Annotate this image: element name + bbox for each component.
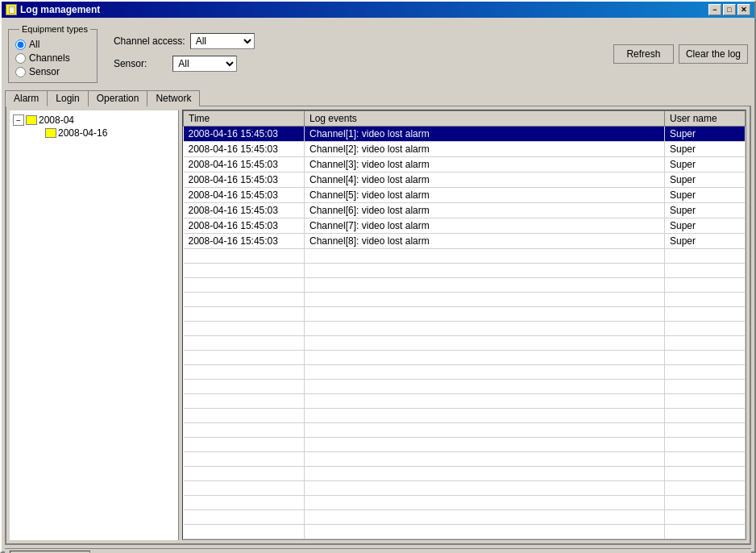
cell-time-4: 2008-04-16 15:45:03 bbox=[184, 188, 305, 203]
empty-row bbox=[184, 293, 746, 307]
table-row[interactable]: 2008-04-16 15:45:03Channel[4]: video los… bbox=[184, 173, 746, 188]
status-text: Total: 8 of bbox=[10, 551, 90, 554]
tab-alarm[interactable]: Alarm bbox=[5, 90, 48, 106]
refresh-button[interactable]: Refresh bbox=[613, 44, 674, 64]
table-row[interactable]: 2008-04-16 15:45:03Channel[8]: video los… bbox=[184, 234, 746, 249]
data-table-panel: Time Log events User name 2008-04-16 15:… bbox=[182, 110, 746, 540]
cell-user_name-0: Super bbox=[665, 127, 746, 142]
empty-row bbox=[184, 365, 746, 380]
radio-sensor[interactable]: Sensor bbox=[15, 66, 90, 77]
sensor-select[interactable]: All bbox=[172, 56, 237, 72]
channel-access-label: Channel access: bbox=[114, 35, 185, 47]
table-row[interactable]: 2008-04-16 15:45:03Channel[6]: video los… bbox=[184, 203, 746, 218]
tab-network[interactable]: Network bbox=[147, 90, 200, 106]
radio-channels-label: Channels bbox=[29, 52, 70, 64]
top-controls: Equipment types All Channels Sensor bbox=[5, 21, 751, 86]
tree-children: 2008-04-16 bbox=[29, 127, 175, 139]
tree-label-2008-04: 2008-04 bbox=[39, 114, 74, 126]
cell-user_name-1: Super bbox=[665, 142, 746, 157]
radio-all[interactable]: All bbox=[15, 39, 90, 50]
table-row[interactable]: 2008-04-16 15:45:03Channel[7]: video los… bbox=[184, 218, 746, 234]
cell-time-0: 2008-04-16 15:45:03 bbox=[184, 127, 305, 142]
cell-user_name-5: Super bbox=[665, 203, 746, 218]
cell-log_events-1: Channel[2]: video lost alarm bbox=[305, 142, 665, 157]
empty-row bbox=[184, 336, 746, 351]
empty-row bbox=[184, 351, 746, 365]
tab-login[interactable]: Login bbox=[47, 90, 88, 106]
cell-user_name-7: Super bbox=[665, 234, 746, 249]
table-row[interactable]: 2008-04-16 15:45:03Channel[3]: video los… bbox=[184, 157, 746, 173]
table-header: Time Log events User name bbox=[184, 111, 746, 127]
empty-row bbox=[184, 423, 746, 438]
cell-time-7: 2008-04-16 15:45:03 bbox=[184, 234, 305, 249]
title-bar-text: 📋 Log management bbox=[6, 4, 100, 15]
window-title: Log management bbox=[20, 4, 100, 15]
tree-item-2008-04[interactable]: − 2008-04 bbox=[13, 114, 175, 127]
empty-row bbox=[184, 438, 746, 452]
tab-operation[interactable]: Operation bbox=[88, 90, 148, 106]
tabs-row: Alarm Login Operation Network bbox=[5, 89, 751, 106]
cell-user_name-2: Super bbox=[665, 157, 746, 173]
cell-log_events-7: Channel[8]: video lost alarm bbox=[305, 234, 665, 249]
tree-label-2008-04-16: 2008-04-16 bbox=[58, 127, 107, 139]
empty-row bbox=[184, 467, 746, 481]
cell-time-2: 2008-04-16 15:45:03 bbox=[184, 157, 305, 173]
folder-icon bbox=[26, 115, 37, 125]
cell-log_events-4: Channel[5]: video lost alarm bbox=[305, 188, 665, 203]
tree-expand-icon[interactable]: − bbox=[13, 114, 24, 126]
empty-row bbox=[184, 264, 746, 278]
cell-time-6: 2008-04-16 15:45:03 bbox=[184, 218, 305, 234]
table-row[interactable]: 2008-04-16 15:45:03Channel[5]: video los… bbox=[184, 188, 746, 203]
empty-row bbox=[184, 496, 746, 510]
table-scroll[interactable]: Time Log events User name 2008-04-16 15:… bbox=[183, 110, 746, 539]
table-row[interactable]: 2008-04-16 15:45:03Channel[2]: video los… bbox=[184, 142, 746, 157]
cell-log_events-0: Channel[1]: video lost alarm bbox=[305, 127, 665, 142]
cell-user_name-3: Super bbox=[665, 173, 746, 188]
radio-all-label: All bbox=[29, 39, 39, 50]
cell-log_events-2: Channel[3]: video lost alarm bbox=[305, 157, 665, 173]
radio-sensor-input[interactable] bbox=[15, 67, 26, 77]
empty-row bbox=[184, 525, 746, 539]
empty-row bbox=[184, 394, 746, 409]
table-body: 2008-04-16 15:45:03Channel[1]: video los… bbox=[184, 127, 746, 539]
empty-row bbox=[184, 322, 746, 336]
tree-panel: − 2008-04 2008-04-16 bbox=[10, 110, 179, 540]
close-button[interactable]: ✕ bbox=[737, 4, 750, 15]
empty-row bbox=[184, 380, 746, 394]
empty-row bbox=[184, 249, 746, 264]
empty-row bbox=[184, 452, 746, 467]
clear-log-button[interactable]: Clear the log bbox=[679, 44, 748, 64]
table-row[interactable]: 2008-04-16 15:45:03Channel[1]: video los… bbox=[184, 127, 746, 142]
maximize-button[interactable]: □ bbox=[723, 4, 736, 15]
title-bar: 📋 Log management − □ ✕ bbox=[2, 2, 754, 18]
radio-channels-input[interactable] bbox=[15, 53, 26, 64]
cell-time-1: 2008-04-16 15:45:03 bbox=[184, 142, 305, 157]
header-row: Time Log events User name bbox=[184, 111, 746, 127]
status-bar: Total: 8 of bbox=[5, 548, 751, 553]
radio-channels[interactable]: Channels bbox=[15, 52, 90, 64]
sensor-row: Sensor: All bbox=[114, 56, 605, 72]
empty-row bbox=[184, 278, 746, 293]
minimize-button[interactable]: − bbox=[708, 4, 721, 15]
tree-item-2008-04-16[interactable]: 2008-04-16 bbox=[45, 127, 175, 139]
cell-user_name-4: Super bbox=[665, 188, 746, 203]
equipment-types-group: Equipment types All Channels Sensor bbox=[8, 24, 98, 83]
cell-log_events-5: Channel[6]: video lost alarm bbox=[305, 203, 665, 218]
empty-row bbox=[184, 510, 746, 525]
radio-group: All Channels Sensor bbox=[15, 39, 90, 77]
filter-controls: Channel access: All Sensor: All bbox=[106, 33, 605, 75]
equipment-types-legend: Equipment types bbox=[19, 24, 90, 34]
empty-row bbox=[184, 307, 746, 322]
log-table: Time Log events User name 2008-04-16 15:… bbox=[183, 110, 746, 539]
sensor-label: Sensor: bbox=[114, 58, 147, 69]
channel-access-row: Channel access: All bbox=[114, 33, 605, 49]
main-window: 📋 Log management − □ ✕ Equipment types A… bbox=[0, 0, 756, 553]
radio-all-input[interactable] bbox=[15, 40, 26, 50]
app-icon: 📋 bbox=[6, 4, 17, 15]
col-events-header: Log events bbox=[305, 111, 665, 127]
window-content: Equipment types All Channels Sensor bbox=[2, 18, 754, 553]
radio-sensor-label: Sensor bbox=[29, 66, 60, 77]
cell-time-5: 2008-04-16 15:45:03 bbox=[184, 203, 305, 218]
channel-access-select[interactable]: All bbox=[190, 33, 255, 49]
folder-icon-child bbox=[45, 128, 56, 138]
